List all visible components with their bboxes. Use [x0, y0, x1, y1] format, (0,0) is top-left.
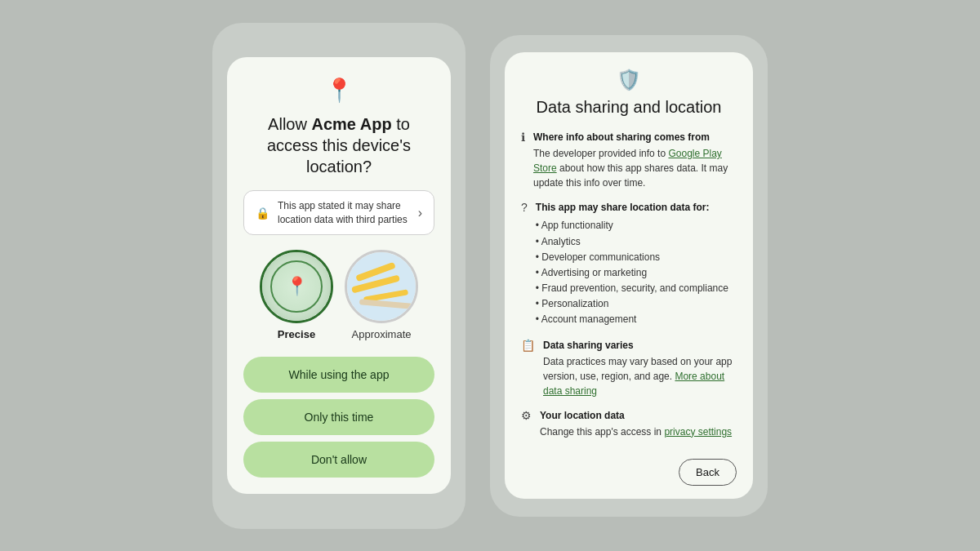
app-name: Acme App: [311, 115, 391, 133]
list-item: Developer communications: [536, 250, 728, 265]
map-pin-icon: 📍: [286, 276, 308, 297]
accuracy-selector: 📍 Precise Approximate: [243, 250, 434, 340]
section-data-sharing-varies-content: Data sharing varies Data practices may v…: [543, 338, 737, 398]
info-banner[interactable]: 🔒 This app stated it may share location …: [243, 190, 434, 236]
precise-label: Precise: [278, 328, 315, 340]
section-where-info-content: Where info about sharing comes from The …: [533, 130, 737, 190]
data-sharing-dialog: 🛡️ Data sharing and location ℹ Where inf…: [505, 52, 753, 498]
list-item: Fraud prevention, security, and complian…: [536, 281, 728, 296]
precise-option[interactable]: 📍 Precise: [260, 250, 333, 340]
left-phone-frame: 📍 Allow Acme App to access this device's…: [212, 23, 466, 529]
while-using-button[interactable]: While using the app: [243, 357, 434, 393]
section-share-location-heading: This app may share location data for:: [536, 200, 728, 215]
section-your-location-data-heading: Your location data: [540, 408, 732, 423]
gear-icon: ⚙: [521, 409, 532, 422]
section-your-location-data: ⚙ Your location data Change this app's a…: [521, 408, 737, 439]
approximate-map-circle: [345, 250, 418, 323]
google-play-link[interactable]: Google Play Store: [533, 148, 722, 174]
map-road-2: [359, 299, 412, 309]
lock-icon: 🔒: [256, 207, 270, 220]
clipboard-icon: 📋: [521, 339, 535, 352]
precise-map-visual: 📍: [262, 252, 331, 321]
list-item: Analytics: [536, 234, 728, 250]
data-sharing-title: Data sharing and location: [521, 98, 737, 117]
list-item: Account management: [536, 312, 728, 327]
info-circle-icon: ℹ: [521, 131, 525, 144]
section-where-info: ℹ Where info about sharing comes from Th…: [521, 130, 737, 190]
location-pin-icon: 📍: [325, 77, 354, 104]
section-share-location-content: This app may share location data for: Ap…: [536, 200, 728, 327]
permission-buttons: While using the app Only this time Don't…: [243, 357, 434, 478]
list-item: Personalization: [536, 296, 728, 312]
share-location-list: App functionality Analytics Developer co…: [536, 218, 728, 327]
section-your-location-data-content: Your location data Change this app's acc…: [540, 408, 732, 439]
precise-map-circle: 📍: [260, 250, 333, 323]
back-button[interactable]: Back: [679, 459, 737, 486]
approximate-map-visual: [347, 252, 416, 321]
question-circle-icon: ?: [521, 201, 528, 214]
section-your-location-data-body: Change this app's access in privacy sett…: [540, 426, 732, 438]
section-data-sharing-varies: 📋 Data sharing varies Data practices may…: [521, 338, 737, 398]
section-where-info-body: The developer provided info to Google Pl…: [533, 148, 728, 189]
section-share-location: ? This app may share location data for: …: [521, 200, 737, 327]
section-data-sharing-varies-heading: Data sharing varies: [543, 338, 737, 353]
right-phone-frame: 🛡️ Data sharing and location ℹ Where inf…: [490, 35, 768, 517]
dont-allow-button[interactable]: Don't allow: [243, 442, 434, 478]
more-about-data-sharing-link[interactable]: More about data sharing: [543, 371, 724, 397]
only-this-time-button[interactable]: Only this time: [243, 399, 434, 435]
shield-icon: 🛡️: [521, 69, 737, 91]
approximate-label: Approximate: [352, 328, 412, 340]
back-button-row: Back: [521, 459, 737, 486]
permission-title: Allow Acme App to access this device's l…: [243, 113, 434, 177]
chevron-right-icon: ›: [418, 206, 422, 220]
section-where-info-heading: Where info about sharing comes from: [533, 130, 737, 144]
list-item: Advertising or marketing: [536, 265, 728, 281]
permission-dialog: 📍 Allow Acme App to access this device's…: [227, 57, 451, 495]
privacy-settings-link[interactable]: privacy settings: [664, 426, 732, 438]
info-banner-text: This app stated it may share location da…: [278, 199, 410, 227]
approximate-option[interactable]: Approximate: [345, 250, 418, 340]
list-item: App functionality: [536, 218, 728, 233]
section-data-sharing-varies-body: Data practices may vary based on your ap…: [543, 356, 732, 397]
